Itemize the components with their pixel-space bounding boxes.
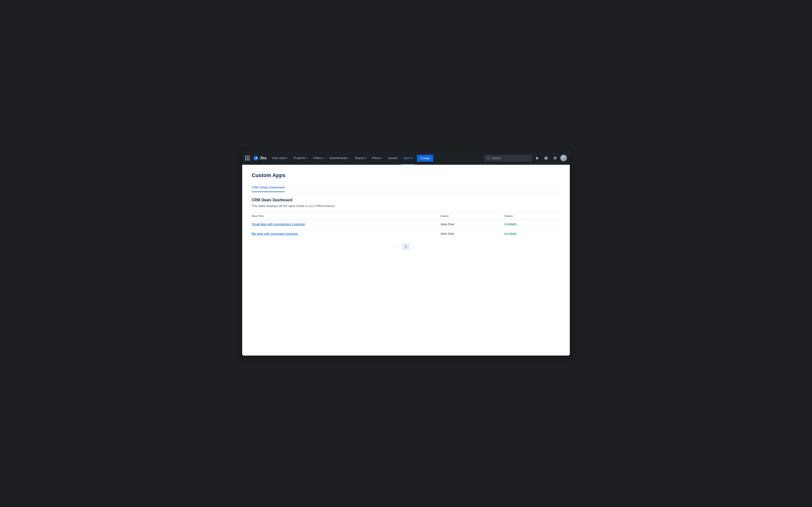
search-icon [487, 156, 490, 160]
nav-filters[interactable]: Filters ▾ [311, 152, 326, 165]
nav-plans[interactable]: Plans ▾ [370, 152, 385, 165]
settings-button[interactable] [551, 154, 559, 162]
deal-title-cell: Big deal with important customer [252, 229, 438, 238]
chevron-down-icon: ▾ [365, 157, 366, 159]
status-cell: CLOSED [502, 229, 560, 238]
prev-page-button[interactable]: ‹ [395, 243, 402, 250]
chevron-down-icon: ▾ [287, 157, 288, 159]
notifications-button[interactable] [533, 154, 541, 162]
nav-apps[interactable]: Apps ▾ [401, 152, 415, 165]
deals-table: Deal Title Owner Status Small deal with … [252, 213, 560, 238]
chevron-down-icon: ▾ [323, 157, 324, 159]
dashboard-content: CRM Deals Dashboard This table displays … [252, 198, 560, 250]
main-content: Custom Apps CRM Deals Dashboard CRM Deal… [242, 165, 570, 355]
table-row: Big deal with important customerJohn Doe… [252, 229, 560, 238]
tab-crm-deals[interactable]: CRM Deals Dashboard [252, 183, 285, 192]
help-button[interactable] [542, 154, 550, 162]
nav-dashboards[interactable]: Dashboards ▾ [327, 152, 351, 165]
table-row: Small deal with unimportant customerJane… [252, 220, 560, 229]
chevron-down-icon: ▾ [412, 157, 413, 159]
navbar-right [484, 154, 567, 162]
nav-projects[interactable]: Projects ▾ [291, 152, 310, 165]
deal-title-link[interactable]: Big deal with important customer [252, 232, 298, 235]
app-window: Jira Your work ▾ Projects ▾ Filters ▾ Da… [242, 152, 570, 355]
next-page-button[interactable]: › [410, 243, 417, 250]
col-header-deal-title: Deal Title [252, 213, 438, 220]
tabs-container: CRM Deals Dashboard [252, 183, 560, 192]
owner-cell: John Doe [438, 229, 502, 238]
grid-menu-icon[interactable] [245, 156, 250, 161]
create-button[interactable]: Create [417, 155, 433, 162]
chevron-down-icon: ▾ [348, 157, 349, 159]
search-input[interactable] [491, 156, 529, 160]
avatar[interactable] [560, 155, 567, 161]
owner-cell: Jane Doe [438, 220, 502, 229]
nav-teams[interactable]: Teams ▾ [353, 152, 369, 165]
search-box[interactable] [484, 155, 532, 161]
dashboard-title: CRM Deals Dashboard [252, 198, 560, 202]
navbar: Jira Your work ▾ Projects ▾ Filters ▾ Da… [242, 152, 570, 165]
page-number-1[interactable]: 1 [403, 243, 409, 250]
nav-assets[interactable]: Assets [386, 152, 400, 165]
page-title: Custom Apps [252, 172, 560, 178]
deal-title-link[interactable]: Small deal with unimportant customer [252, 222, 305, 226]
nav-your-work[interactable]: Your work ▾ [269, 152, 290, 165]
jira-logo-text: Jira [260, 156, 266, 160]
status-cell: CLOSED [502, 220, 560, 229]
deal-title-cell: Small deal with unimportant customer [252, 220, 438, 229]
jira-logo[interactable]: Jira [253, 156, 266, 161]
chevron-down-icon: ▾ [381, 157, 382, 159]
status-badge: CLOSED [504, 223, 517, 226]
dashboard-description: This table displays all the open Deals i… [252, 204, 560, 208]
col-header-status: Status [502, 213, 560, 220]
pagination: ‹ 1 › [252, 243, 560, 250]
status-badge: CLOSED [504, 232, 517, 235]
col-header-owner: Owner [438, 213, 502, 220]
chevron-down-icon: ▾ [306, 157, 308, 159]
table-header-row: Deal Title Owner Status [252, 213, 560, 220]
